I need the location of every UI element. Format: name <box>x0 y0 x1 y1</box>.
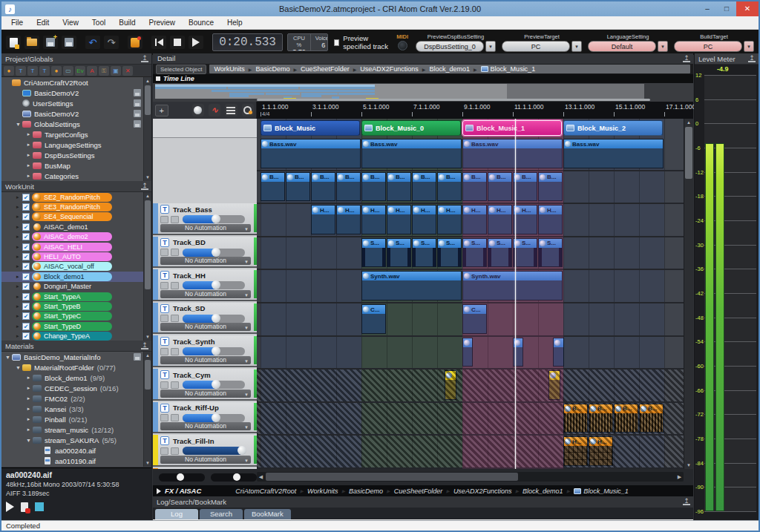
scroll-down-arrow[interactable]: ▼ <box>684 462 693 469</box>
save-icon[interactable] <box>134 99 141 107</box>
breadcrumb-item[interactable]: WorkUnits <box>214 65 244 73</box>
scroll-thumb[interactable] <box>145 200 151 289</box>
sphere2-icon[interactable]: ● <box>51 66 62 76</box>
checkbox[interactable]: ✔ <box>22 323 30 330</box>
clip-S...[interactable]: S... <box>361 238 386 268</box>
sphere-icon[interactable]: ● <box>4 66 14 76</box>
timeline-overview[interactable] <box>153 83 693 102</box>
workunit-item-Donguri_Master[interactable]: ▸✔Donguri_Master <box>1 282 151 292</box>
tree-item-Categories[interactable]: ▸Categories <box>1 171 151 181</box>
workunit-item-AISAC_demo2[interactable]: ▸✔AISAC_demo2 <box>1 232 151 242</box>
list-icon[interactable] <box>171 216 179 223</box>
clips-pane[interactable]: Block_MusicBlock_Music_0Block_Music_1Blo… <box>257 119 684 469</box>
breadcrumb-item[interactable]: UseADX2Functions <box>453 487 512 495</box>
automation-dropdown[interactable]: No Automation▼ <box>160 356 251 364</box>
automation-dropdown[interactable]: No Automation▼ <box>160 422 251 430</box>
clip-C...[interactable]: C... <box>462 304 487 334</box>
add-track-button[interactable]: + <box>155 105 168 116</box>
expand-arrow-icon[interactable]: ▸ <box>16 313 22 319</box>
scroll-left-arrow[interactable]: ◀ <box>257 472 265 482</box>
workunit-scrollbar[interactable]: ▲▼ <box>143 192 151 341</box>
list-icon[interactable] <box>171 381 179 389</box>
cue-mode-button[interactable] <box>192 104 204 116</box>
scroll-right-arrow[interactable]: ▶ <box>675 472 684 482</box>
clip-B...[interactable]: B... <box>311 172 335 202</box>
expand-arrow-icon[interactable]: ▸ <box>16 234 22 240</box>
dropdown-value[interactable]: PC <box>674 41 742 52</box>
tree-item-UserSettings[interactable]: UserSettings <box>1 98 151 108</box>
expand-arrow-icon[interactable]: ▸ <box>25 395 32 401</box>
checkbox[interactable]: ✔ <box>22 253 30 260</box>
timeline-ruler[interactable]: 1.1.1.0003.1.1.0005.1.1.0007.1.1.0009.1.… <box>257 102 693 119</box>
expand-arrow-icon[interactable]: ▼ <box>25 438 32 443</box>
tree-scrollbar[interactable]: ▲▼ <box>143 77 151 181</box>
text-a-icon[interactable]: T <box>16 66 26 76</box>
clip-H...[interactable]: H... <box>412 205 436 234</box>
expand-arrow-icon[interactable]: ▸ <box>16 294 22 300</box>
track-volume-slider[interactable] <box>183 347 245 355</box>
expand-arrow-icon[interactable]: ▸ <box>16 224 22 230</box>
tree-item-CEDEC_session[interactable]: ▸CEDEC_session(0/16) <box>1 383 151 393</box>
track-volume-slider[interactable] <box>183 414 245 422</box>
tracks-vertical-scrollbar[interactable]: ▲ ▼ <box>684 119 693 469</box>
tree-item-aa000240.aif[interactable]: aa000240.aif <box>1 445 151 456</box>
scroll-down-arrow[interactable]: ▼ <box>144 459 151 467</box>
tree-item-CriAtomCraftV2Root[interactable]: CriAtomCraftV2Root <box>1 77 151 88</box>
tree-item-BusMap[interactable]: ▸BusMap <box>1 160 151 171</box>
stop-button[interactable] <box>170 36 185 49</box>
block-header-Block_Music_1[interactable]: Block_Music_1 <box>462 120 562 136</box>
clip-B...[interactable]: B... <box>538 172 563 202</box>
track-header-Track_BD-1[interactable]: TTrack_BDNo Automation▼ <box>153 237 257 269</box>
breadcrumb-item[interactable]: CueSheetFolder <box>301 65 350 73</box>
delete-x-icon[interactable]: ✕ <box>122 66 133 76</box>
workunit-item-AISAC_demo1[interactable]: ▸✔AISAC_demo1 <box>1 222 151 231</box>
save-button[interactable] <box>43 36 58 49</box>
waveform-icon[interactable] <box>160 249 168 256</box>
checkbox[interactable]: ✔ <box>22 223 30 231</box>
tree-item-MaterialRootFolder[interactable]: ▼MaterialRootFolder(0/77) <box>1 362 151 372</box>
clip-S...[interactable]: S... <box>387 238 411 268</box>
expand-arrow-icon[interactable]: ▸ <box>25 427 32 433</box>
tree-item-GlobalSettings[interactable]: ▼GlobalSettings <box>1 119 151 129</box>
track-header-Track_Synth-4[interactable]: TTrack_SynthNo Automation▼ <box>153 335 257 367</box>
expand-arrow-icon[interactable]: ▸ <box>16 333 22 339</box>
maximize-button[interactable]: □ <box>717 1 736 16</box>
clip-Synth.wav[interactable]: Synth.wav <box>361 271 462 301</box>
redo-button[interactable]: ↷ <box>104 36 119 49</box>
clip-H...[interactable]: H... <box>361 205 386 234</box>
menu-item-file[interactable]: File <box>4 16 30 30</box>
breadcrumb-item[interactable]: Block_Music_1 <box>491 65 536 73</box>
waveform-icon[interactable] <box>160 282 168 289</box>
play-button[interactable] <box>189 36 203 49</box>
menu-item-bounce[interactable]: Bounce <box>182 16 220 30</box>
automation-dropdown[interactable]: No Automation▼ <box>160 323 251 331</box>
panel-export-icon[interactable]: ↥ <box>141 183 148 190</box>
list-icon[interactable] <box>171 315 179 322</box>
overview-map[interactable] <box>155 84 507 99</box>
automation-dropdown[interactable]: No Automation▼ <box>160 290 251 298</box>
preview-specified-track-checkbox[interactable] <box>334 39 339 46</box>
expand-arrow-icon[interactable]: ▸ <box>25 152 32 158</box>
breadcrumb-item[interactable]: Block_demo1 <box>522 487 563 495</box>
clip-Bass.wav[interactable]: Bass.wav <box>462 139 563 168</box>
slider-knob[interactable] <box>212 248 220 257</box>
waveform-icon[interactable] <box>160 414 168 421</box>
checkbox[interactable]: ✔ <box>22 293 30 301</box>
workunit-item-Start_TypeA[interactable]: ▸✔Start_TypeA <box>1 292 151 301</box>
preview-stop-button[interactable] <box>35 502 44 511</box>
tree-item-Pinball[interactable]: ▸Pinball(0/21) <box>1 414 151 424</box>
scroll-thumb[interactable] <box>266 473 518 481</box>
tree-item-stream_SAKURA[interactable]: ▼stream_SAKURA(5/5) <box>1 435 151 445</box>
expand-arrow-icon[interactable]: ▸ <box>16 254 22 260</box>
expand-arrow-icon[interactable]: ▸ <box>16 283 22 289</box>
list-view-button[interactable] <box>225 104 237 116</box>
breadcrumb-item[interactable]: CueSheetFolder <box>394 487 443 495</box>
checkbox[interactable]: ✔ <box>22 283 30 290</box>
minimize-button[interactable]: – <box>698 1 717 16</box>
clip-B...[interactable]: B... <box>412 172 436 202</box>
event-icon[interactable]: Ev <box>75 66 85 76</box>
fx-aisac-bar[interactable]: FX / AISAC CriAtomCraftV2Root▶WorkUnits▶… <box>153 485 693 496</box>
panel-export-icon[interactable]: ↥ <box>141 342 148 349</box>
waveform-icon[interactable] <box>160 447 168 455</box>
clip-S...[interactable]: S... <box>538 238 563 268</box>
